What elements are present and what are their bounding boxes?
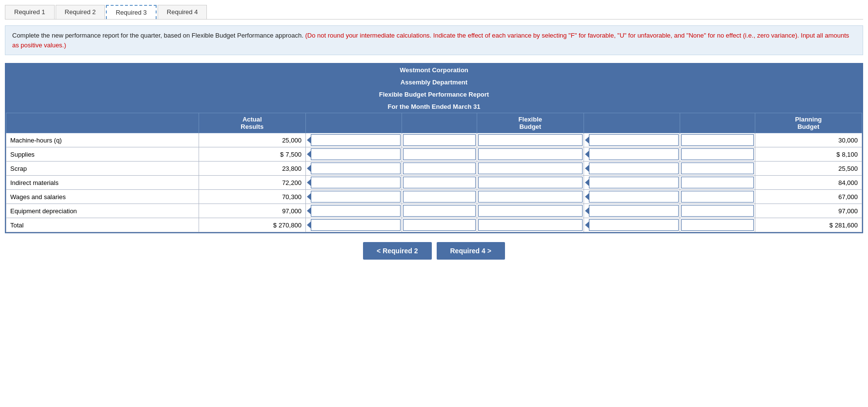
var1-type-machine-hours[interactable]	[402, 133, 477, 147]
var1-amount-machine-hours[interactable]	[305, 133, 402, 147]
flexible-equipment[interactable]	[477, 204, 584, 218]
table-row: Supplies $ 7,500	[6, 147, 862, 162]
var2-input-equipment[interactable]	[589, 205, 679, 217]
var1-type-equipment[interactable]	[402, 204, 477, 218]
flexible-input-indirect[interactable]	[478, 177, 583, 188]
prev-button[interactable]: < Required 2	[363, 242, 431, 260]
var2-input-wages[interactable]	[589, 191, 679, 203]
triangle-left-icon	[307, 207, 311, 214]
tab-required2[interactable]: Required 2	[56, 5, 105, 19]
var1-amount-supplies[interactable]	[305, 147, 402, 162]
dollar-sign: $	[836, 151, 840, 158]
row-label-indirect-materials: Indirect materials	[6, 176, 199, 190]
actual-total-value: 270,800	[279, 222, 302, 229]
var1-type-input-total[interactable]	[403, 219, 475, 231]
nav-buttons: < Required 2 Required 4 >	[5, 242, 863, 260]
var2-input-indirect[interactable]	[589, 177, 679, 188]
var2-amount-equipment[interactable]	[584, 204, 680, 218]
flexible-supplies[interactable]	[477, 147, 584, 162]
var1-amount-total[interactable]	[305, 218, 402, 232]
actual-machine-hours: 25,000	[199, 133, 305, 147]
row-label-equipment: Equipment depreciation	[6, 204, 199, 218]
actual-equipment: 97,000	[199, 204, 305, 218]
var2-type-scrap[interactable]	[680, 162, 755, 176]
instructions-main-text: Complete the new performance report for …	[12, 32, 303, 39]
var1-amount-scrap[interactable]	[305, 162, 402, 176]
var1-type-scrap[interactable]	[402, 162, 477, 176]
var1-amount-wages[interactable]	[305, 190, 402, 204]
var2-input-supplies[interactable]	[589, 148, 679, 160]
row-label-supplies: Supplies	[6, 147, 199, 162]
var1-input-wages[interactable]	[311, 191, 401, 203]
var1-type-input-indirect[interactable]	[403, 177, 475, 188]
var1-input-total[interactable]	[311, 219, 401, 231]
tab-required1[interactable]: Required 1	[5, 5, 55, 19]
var1-input-equipment[interactable]	[311, 205, 401, 217]
var1-type-total[interactable]	[402, 218, 477, 232]
var1-input-supplies[interactable]	[311, 148, 401, 160]
var2-type-wages[interactable]	[680, 190, 755, 204]
var2-amount-supplies[interactable]	[584, 147, 680, 162]
flexible-total[interactable]	[477, 218, 584, 232]
var1-type-input-scrap[interactable]	[403, 163, 475, 174]
var1-type-input-wages[interactable]	[403, 191, 475, 203]
triangle-left-icon2	[585, 151, 589, 158]
col-header-planning: PlanningBudget	[755, 113, 862, 133]
var1-type-indirect[interactable]	[402, 176, 477, 190]
var2-amount-indirect[interactable]	[584, 176, 680, 190]
var2-type-input-scrap[interactable]	[681, 163, 753, 174]
var2-input-machine-hours[interactable]	[589, 134, 679, 146]
actual-supplies: $ 7,500	[199, 147, 305, 162]
flexible-input-wages[interactable]	[478, 191, 583, 203]
flexible-input-supplies[interactable]	[478, 148, 583, 160]
var1-type-wages[interactable]	[402, 190, 477, 204]
triangle-left-icon2	[585, 207, 589, 214]
flexible-input-equipment[interactable]	[478, 205, 583, 217]
flexible-input-total[interactable]	[478, 219, 583, 231]
flexible-scrap[interactable]	[477, 162, 584, 176]
flexible-input-machine-hours[interactable]	[478, 134, 583, 146]
var2-type-input-machine-hours[interactable]	[681, 134, 753, 146]
flexible-input-scrap[interactable]	[478, 163, 583, 174]
var1-input-machine-hours[interactable]	[311, 134, 401, 146]
var1-amount-indirect[interactable]	[305, 176, 402, 190]
var2-type-input-total[interactable]	[681, 219, 753, 231]
var1-type-input-supplies[interactable]	[403, 148, 475, 160]
flexible-wages[interactable]	[477, 190, 584, 204]
var2-input-total[interactable]	[589, 219, 679, 231]
planning-supplies: $ 8,100	[755, 147, 862, 162]
planning-equipment: 97,000	[755, 204, 862, 218]
var1-type-input-machine-hours[interactable]	[403, 134, 475, 146]
var2-type-equipment[interactable]	[680, 204, 755, 218]
planning-wages: 67,000	[755, 190, 862, 204]
tab-required3[interactable]: Required 3	[106, 5, 157, 19]
var2-type-input-supplies[interactable]	[681, 148, 753, 160]
table-row: Machine-hours (q) 25,000	[6, 133, 862, 147]
var2-amount-wages[interactable]	[584, 190, 680, 204]
var2-amount-scrap[interactable]	[584, 162, 680, 176]
var2-type-supplies[interactable]	[680, 147, 755, 162]
var2-type-total[interactable]	[680, 218, 755, 232]
row-label-total: Total	[6, 218, 199, 232]
var2-type-input-wages[interactable]	[681, 191, 753, 203]
var2-type-indirect[interactable]	[680, 176, 755, 190]
var2-input-scrap[interactable]	[589, 163, 679, 174]
var2-type-input-indirect[interactable]	[681, 177, 753, 188]
var1-input-scrap[interactable]	[311, 163, 401, 174]
triangle-left-icon	[307, 179, 311, 186]
var1-input-indirect[interactable]	[311, 177, 401, 188]
var2-type-machine-hours[interactable]	[680, 133, 755, 147]
next-button[interactable]: Required 4 >	[437, 242, 505, 260]
var1-type-supplies[interactable]	[402, 147, 477, 162]
var2-amount-machine-hours[interactable]	[584, 133, 680, 147]
triangle-left-icon	[307, 151, 311, 158]
flexible-indirect[interactable]	[477, 176, 584, 190]
planning-indirect: 84,000	[755, 176, 862, 190]
var1-type-input-equipment[interactable]	[403, 205, 475, 217]
var1-amount-equipment[interactable]	[305, 204, 402, 218]
var2-amount-total[interactable]	[584, 218, 680, 232]
actual-supplies-value: 7,500	[285, 151, 302, 158]
flexible-machine-hours[interactable]	[477, 133, 584, 147]
tab-required4[interactable]: Required 4	[158, 5, 207, 19]
var2-type-input-equipment[interactable]	[681, 205, 753, 217]
